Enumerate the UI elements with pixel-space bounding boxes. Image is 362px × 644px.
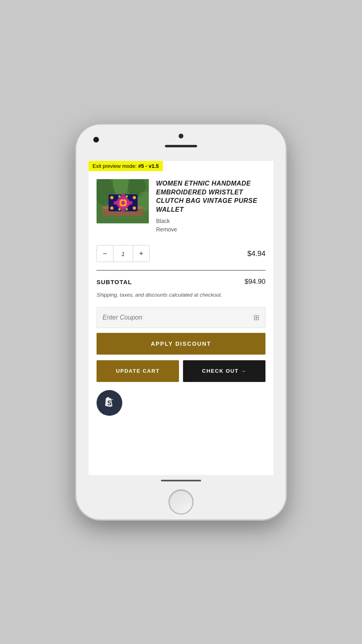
svg-point-13 — [113, 201, 120, 205]
subtotal-value: $94.90 — [245, 278, 265, 286]
preview-banner-text: Exit preview mode: — [93, 163, 137, 169]
preview-banner[interactable]: Exit preview mode: #5 - v1.5 — [88, 161, 163, 171]
phone-frame: Exit preview mode: #5 - v1.5 — [76, 125, 286, 519]
product-image — [97, 179, 149, 223]
apply-discount-button[interactable]: APPLY DISCOUNT — [97, 333, 265, 355]
cart-divider — [97, 270, 265, 270]
home-button[interactable] — [169, 489, 193, 514]
quantity-decrease-button[interactable]: − — [97, 246, 113, 262]
svg-point-16 — [133, 196, 136, 199]
subtotal-row: SUBTOTAL $94.90 — [97, 278, 265, 286]
svg-point-12 — [121, 206, 125, 213]
product-row: WOMEN ETHNIC HANDMADE EMBROIDERED WRISTL… — [97, 171, 265, 241]
cart-content: WOMEN ETHNIC HANDMADE EMBROIDERED WRISTL… — [88, 171, 274, 475]
checkout-button[interactable]: CHECK OUT → — [183, 360, 265, 382]
subtotal-label: SUBTOTAL — [97, 279, 132, 285]
phone-bottom — [76, 475, 286, 519]
coupon-wrapper: ⊞ — [97, 307, 265, 328]
product-remove-link[interactable]: Remove — [156, 226, 177, 233]
preview-version: #5 - v1.5 — [138, 163, 158, 169]
quantity-control: − + — [97, 245, 150, 262]
shipping-note: Shipping, taxes, and discounts calculate… — [97, 291, 265, 299]
svg-point-10 — [121, 201, 125, 205]
product-variant: Black — [156, 218, 265, 224]
update-cart-button[interactable]: UPDATE CART — [97, 360, 179, 382]
product-price: $4.94 — [247, 250, 265, 258]
coupon-input[interactable] — [103, 314, 253, 321]
svg-point-11 — [121, 193, 125, 200]
shopify-icon: S — [97, 390, 122, 416]
svg-text:S: S — [107, 400, 112, 407]
svg-point-15 — [110, 196, 113, 199]
svg-point-14 — [126, 201, 133, 205]
quantity-increase-button[interactable]: + — [133, 246, 149, 262]
cart-actions: UPDATE CART CHECK OUT → — [97, 360, 265, 382]
phone-screen: Exit preview mode: #5 - v1.5 — [88, 161, 274, 475]
svg-point-21 — [118, 208, 121, 211]
svg-point-17 — [110, 206, 113, 210]
product-title: WOMEN ETHNIC HANDMADE EMBROIDERED WRISTL… — [156, 179, 265, 214]
speaker — [165, 145, 197, 147]
home-indicator — [161, 480, 201, 481]
phone-top — [76, 125, 286, 161]
svg-point-18 — [133, 206, 136, 210]
front-camera-left — [93, 137, 99, 142]
front-camera-center — [179, 134, 183, 138]
qty-price-row: − + $4.94 — [97, 241, 265, 268]
quantity-input[interactable] — [113, 246, 133, 262]
shopify-badge: S — [97, 390, 265, 420]
product-details: WOMEN ETHNIC HANDMADE EMBROIDERED WRISTL… — [156, 179, 265, 233]
svg-point-22 — [125, 208, 128, 211]
svg-point-19 — [118, 195, 121, 198]
coupon-icon: ⊞ — [253, 313, 259, 322]
svg-point-20 — [125, 195, 128, 198]
